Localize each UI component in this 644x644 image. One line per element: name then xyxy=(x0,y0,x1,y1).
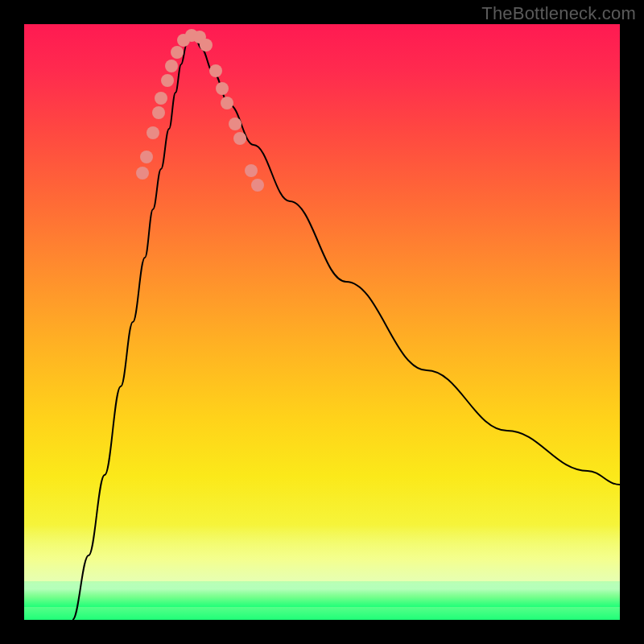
curve-left-branch xyxy=(72,32,193,620)
left-dot-6 xyxy=(161,74,174,87)
right-dot-2 xyxy=(216,82,229,95)
data-points-group xyxy=(136,29,264,192)
left-dot-1 xyxy=(136,167,149,180)
plot-frame xyxy=(24,24,620,620)
left-dot-7 xyxy=(165,60,178,72)
left-dot-2 xyxy=(140,151,153,163)
curve-group xyxy=(72,32,620,620)
left-dot-4 xyxy=(152,106,165,119)
right-dot-6 xyxy=(245,164,258,177)
right-dot-1 xyxy=(209,64,222,77)
bottom-dot-5 xyxy=(200,39,213,52)
chart-svg xyxy=(24,24,620,620)
bottom-dot-1 xyxy=(171,46,184,59)
right-dot-4 xyxy=(229,118,242,130)
right-dot-7 xyxy=(251,179,264,192)
right-dot-3 xyxy=(221,97,233,109)
curve-right-branch xyxy=(193,32,620,485)
left-dot-5 xyxy=(155,92,167,105)
watermark-text: TheBottleneck.com xyxy=(481,3,636,24)
right-dot-5 xyxy=(233,132,246,145)
left-dot-3 xyxy=(147,126,159,139)
